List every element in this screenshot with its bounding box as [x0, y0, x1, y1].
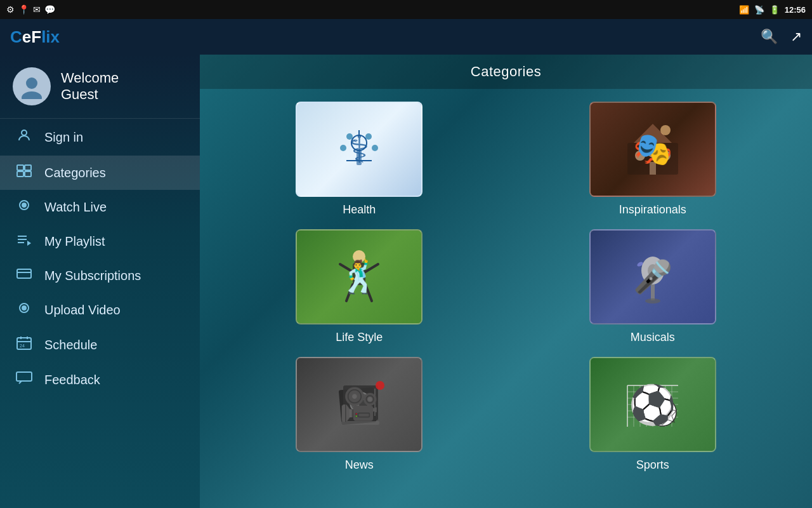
- category-label-news: News: [345, 458, 374, 472]
- status-bar: ⚙ 📍 ✉ 💬 📶 📡 🔋 12:56: [0, 0, 812, 19]
- svg-point-54: [376, 381, 384, 390]
- wifi-icon: 📶: [739, 5, 749, 15]
- share-icon[interactable]: ↗: [790, 29, 802, 45]
- category-item-health[interactable]: Health: [238, 102, 481, 217]
- signal-icon: 📡: [754, 5, 764, 15]
- category-thumb-sports: [589, 357, 716, 452]
- feedback-label: Feedback: [44, 373, 100, 387]
- sidebar-item-feedback[interactable]: Feedback: [0, 363, 200, 397]
- my-subscriptions-icon: [15, 267, 33, 284]
- my-playlist-icon: [15, 233, 33, 250]
- svg-point-26: [365, 133, 372, 140]
- content-header: Categories: [200, 55, 812, 89]
- sidebar-item-my-subscriptions[interactable]: My Subscriptions: [0, 258, 200, 293]
- svg-point-52: [350, 392, 370, 413]
- svg-point-47: [645, 298, 660, 304]
- svg-point-44: [641, 257, 664, 284]
- svg-point-35: [660, 150, 671, 161]
- battery-icon: 🔋: [769, 5, 780, 15]
- notification-icon: ⚙: [6, 4, 15, 15]
- svg-point-34: [648, 147, 658, 157]
- app-bar: CeFlix 🔍 ↗: [0, 19, 812, 55]
- svg-rect-46: [651, 284, 655, 300]
- schedule-label: Schedule: [44, 338, 97, 352]
- upload-video-label: Upload Video: [44, 303, 121, 318]
- watch-live-icon: [15, 199, 33, 215]
- email-icon: ✉: [33, 4, 41, 15]
- category-thumb-inspirationals: [589, 102, 716, 197]
- watch-live-label: Watch Live: [44, 200, 107, 215]
- status-icons-left: ⚙ 📍 ✉ 💬: [6, 4, 55, 15]
- category-thumb-news: [296, 357, 422, 452]
- sidebar-item-watch-live[interactable]: Watch Live: [0, 190, 200, 224]
- svg-line-42: [346, 284, 353, 301]
- category-item-lifestyle[interactable]: Life Style: [238, 229, 481, 344]
- app-bar-actions: 🔍 ↗: [761, 29, 802, 45]
- my-playlist-label: My Playlist: [44, 234, 105, 249]
- avatar: [13, 67, 51, 105]
- category-thumb-health: [296, 102, 422, 197]
- svg-point-1: [22, 91, 42, 99]
- svg-point-37: [660, 125, 671, 135]
- category-label-lifestyle: Life Style: [336, 331, 383, 344]
- status-icons-right: 📶 📡 🔋 12:56: [739, 5, 806, 15]
- main-layout: Welcome Guest Sign in: [0, 55, 812, 508]
- category-label-musicals: Musicals: [631, 331, 675, 344]
- logo-text: CeFlix: [10, 27, 60, 47]
- svg-line-41: [365, 264, 378, 272]
- svg-point-27: [340, 145, 346, 151]
- sidebar: Welcome Guest Sign in: [0, 55, 200, 508]
- sidebar-item-categories[interactable]: Categories: [0, 156, 200, 190]
- svg-line-40: [340, 264, 353, 272]
- sign-in-icon: [15, 128, 33, 147]
- category-item-news[interactable]: News: [238, 357, 481, 472]
- msg-icon: 💬: [44, 4, 55, 15]
- category-label-health: Health: [343, 203, 376, 217]
- category-thumb-musicals: [589, 229, 716, 324]
- svg-rect-39: [353, 263, 365, 285]
- svg-point-23: [351, 135, 367, 150]
- svg-rect-5: [17, 171, 23, 177]
- svg-point-8: [22, 203, 26, 207]
- svg-rect-22: [16, 372, 32, 381]
- svg-rect-50: [339, 387, 377, 425]
- sidebar-item-upload-video[interactable]: Upload Video: [0, 293, 200, 327]
- svg-rect-51: [343, 385, 378, 420]
- svg-point-33: [635, 150, 645, 161]
- svg-point-16: [22, 306, 26, 310]
- category-item-sports[interactable]: Sports: [532, 357, 775, 472]
- schedule-icon: 24: [15, 336, 33, 354]
- sidebar-item-my-playlist[interactable]: My Playlist: [0, 224, 200, 258]
- category-label-sports: Sports: [636, 458, 669, 472]
- categories-icon: [15, 164, 33, 181]
- svg-rect-3: [17, 165, 23, 170]
- svg-rect-36: [650, 162, 656, 175]
- feedback-icon: [15, 371, 33, 388]
- svg-point-71: [648, 398, 676, 426]
- sidebar-item-sign-in[interactable]: Sign in: [0, 119, 200, 156]
- my-subscriptions-label: My Subscriptions: [44, 269, 141, 283]
- svg-point-73: [658, 408, 666, 416]
- svg-point-28: [372, 145, 378, 151]
- clock: 12:56: [785, 5, 806, 15]
- sidebar-item-schedule[interactable]: 24 Schedule: [0, 327, 200, 363]
- content-area: Categories: [200, 55, 812, 508]
- category-item-inspirationals[interactable]: Inspirationals: [532, 102, 775, 217]
- category-item-musicals[interactable]: Musicals: [532, 229, 775, 344]
- svg-text:24: 24: [20, 344, 25, 348]
- svg-point-48: [636, 261, 644, 267]
- gps-icon: 📍: [18, 4, 29, 15]
- svg-point-45: [648, 264, 658, 277]
- category-label-inspirationals: Inspirationals: [619, 203, 686, 217]
- search-icon[interactable]: 🔍: [761, 29, 778, 45]
- guest-text: Guest: [61, 86, 119, 103]
- categories-label: Categories: [44, 166, 106, 180]
- svg-marker-12: [27, 241, 31, 246]
- upload-video-icon: [15, 302, 33, 318]
- welcome-text: Welcome: [61, 70, 119, 86]
- svg-rect-6: [25, 171, 31, 177]
- svg-point-38: [353, 250, 365, 263]
- user-section: Welcome Guest: [0, 55, 200, 119]
- sign-in-label: Sign in: [44, 130, 83, 145]
- svg-point-25: [346, 133, 353, 140]
